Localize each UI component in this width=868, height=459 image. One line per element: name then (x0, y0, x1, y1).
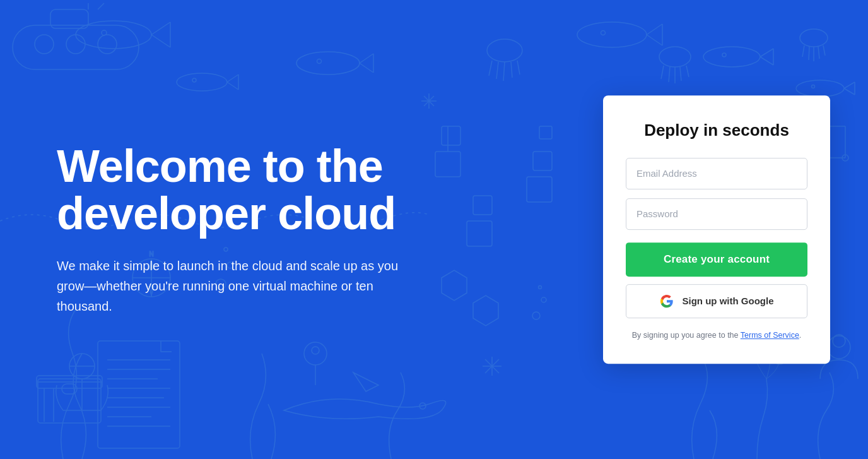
hero-title: Welcome to the developer cloud (57, 143, 423, 238)
hero-subtitle: We make it simple to launch in the cloud… (57, 256, 423, 316)
svg-point-109 (541, 297, 546, 302)
svg-marker-96 (442, 270, 467, 301)
svg-line-11 (360, 54, 373, 63)
svg-line-27 (844, 88, 855, 95)
password-group (626, 198, 807, 230)
svg-line-38 (669, 67, 670, 82)
svg-point-20 (703, 47, 760, 67)
signup-panel: Deploy in seconds Create your account Si… (603, 95, 830, 364)
svg-line-40 (680, 67, 681, 81)
terms-text: By signing up you agree to the Terms of … (626, 330, 807, 342)
google-icon (660, 294, 674, 308)
terms-link[interactable]: Terms of Service (741, 331, 799, 340)
svg-point-110 (539, 286, 542, 289)
svg-point-5 (177, 73, 227, 91)
svg-line-17 (647, 35, 662, 45)
svg-rect-55 (435, 152, 460, 177)
email-group (626, 158, 807, 189)
svg-rect-56 (442, 126, 460, 145)
hero-section: Welcome to the developer cloud We make i… (57, 143, 423, 316)
svg-line-37 (661, 66, 664, 79)
svg-rect-73 (98, 341, 180, 448)
svg-line-21 (760, 49, 773, 57)
svg-line-47 (823, 45, 825, 56)
svg-rect-48 (13, 25, 139, 69)
svg-line-7 (227, 82, 238, 90)
svg-line-12 (360, 63, 373, 73)
svg-line-35 (517, 61, 520, 75)
svg-line-34 (511, 62, 512, 78)
svg-line-2 (151, 35, 170, 47)
svg-point-108 (532, 312, 540, 319)
svg-line-26 (844, 82, 855, 88)
svg-rect-60 (527, 177, 552, 202)
svg-point-114 (304, 342, 327, 365)
svg-point-42 (800, 29, 828, 47)
svg-line-31 (489, 61, 492, 76)
svg-point-115 (312, 347, 319, 354)
svg-line-6 (227, 75, 238, 82)
svg-line-22 (760, 57, 773, 65)
svg-line-43 (802, 45, 804, 57)
svg-point-24 (722, 53, 726, 57)
svg-point-50 (35, 35, 54, 54)
svg-line-32 (496, 62, 498, 79)
svg-point-95 (833, 335, 845, 347)
svg-point-19 (601, 31, 606, 35)
svg-point-10 (296, 52, 360, 75)
svg-rect-62 (539, 126, 552, 139)
svg-rect-67 (38, 379, 101, 423)
svg-point-30 (487, 39, 522, 62)
svg-point-52 (98, 35, 117, 54)
svg-line-44 (809, 47, 809, 60)
email-input[interactable] (626, 158, 807, 189)
svg-point-9 (192, 78, 196, 82)
svg-line-33 (503, 62, 505, 81)
svg-point-36 (659, 47, 691, 67)
svg-rect-58 (467, 221, 492, 246)
svg-point-29 (812, 85, 815, 88)
svg-point-14 (317, 59, 322, 64)
svg-line-46 (818, 47, 819, 59)
svg-marker-97 (473, 295, 498, 326)
svg-line-1 (151, 22, 170, 35)
password-input[interactable] (626, 198, 807, 230)
svg-rect-61 (533, 152, 552, 170)
svg-line-16 (647, 24, 662, 35)
svg-line-54 (98, 3, 104, 9)
svg-point-25 (796, 80, 844, 97)
svg-point-51 (66, 35, 85, 54)
google-signup-button[interactable]: Sign up with Google (626, 284, 807, 318)
svg-point-15 (577, 22, 647, 47)
svg-rect-59 (473, 196, 492, 215)
panel-title: Deploy in seconds (626, 121, 807, 140)
svg-line-41 (686, 66, 689, 77)
google-button-label: Sign up with Google (683, 295, 774, 306)
create-account-button[interactable]: Create your account (626, 242, 807, 277)
